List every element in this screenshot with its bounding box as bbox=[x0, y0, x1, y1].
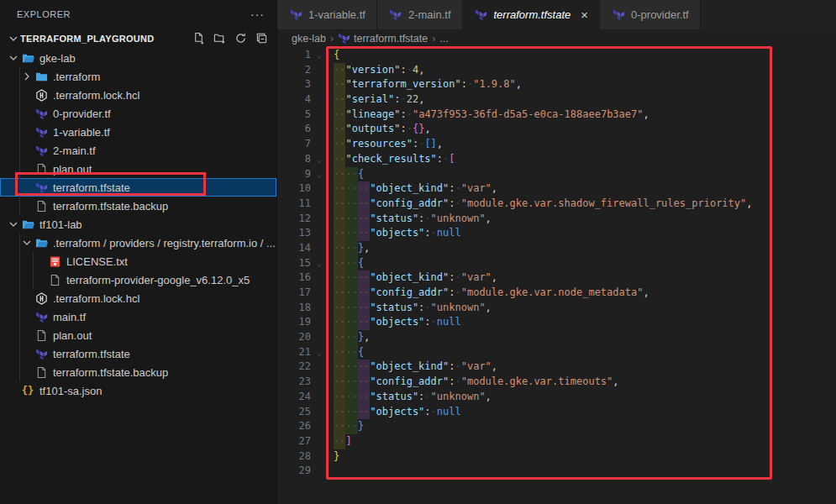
code-token: { bbox=[358, 257, 364, 269]
indent-band: ·· bbox=[334, 256, 345, 271]
tree-item-tf101-sa-json[interactable]: {}tf101-sa.json bbox=[0, 381, 276, 400]
tree-item-plan-out[interactable]: plan.out bbox=[0, 160, 276, 178]
vscode-window: EXPLORER ··· TERRAFORM_PLAYGROUND gke-la… bbox=[0, 0, 836, 504]
chevron-down-icon[interactable] bbox=[20, 239, 34, 247]
chevron-right-icon[interactable] bbox=[20, 72, 34, 81]
tree-item-terraform-provider-google-v6-12-0-x5[interactable]: terraform-provider-google_v6.12.0_x5 bbox=[0, 270, 276, 289]
code-token: , bbox=[424, 123, 430, 134]
indent-band: ·· bbox=[358, 181, 370, 197]
breadcrumb-label: ... bbox=[439, 33, 448, 45]
indent-band: ·· bbox=[358, 212, 370, 227]
tree-item-terraform-tfstate[interactable]: terraform.tfstate bbox=[0, 344, 276, 363]
fold-chevron-icon[interactable]: ⌄ bbox=[311, 167, 328, 182]
code-token: "status" bbox=[370, 302, 418, 313]
code-token: · bbox=[407, 64, 413, 76]
fold-chevron-icon[interactable]: ⌄ bbox=[311, 256, 328, 271]
workspace-row[interactable]: TERRAFORM_PLAYGROUND bbox=[0, 29, 276, 48]
code-token: "objects" bbox=[370, 316, 424, 328]
code-token: , bbox=[437, 138, 443, 150]
code-token: , bbox=[418, 93, 424, 105]
tree-indent-guide bbox=[19, 141, 20, 160]
fold-placeholder bbox=[311, 464, 328, 479]
code-token: · bbox=[424, 213, 430, 224]
file-icon bbox=[34, 200, 49, 213]
code-line: ··"check_results":·[ bbox=[328, 152, 836, 167]
fold-chevron-icon[interactable]: ⌄ bbox=[311, 48, 328, 63]
indent-band: ·· bbox=[334, 330, 345, 345]
fold-placeholder bbox=[311, 434, 328, 449]
code-token: "var" bbox=[461, 360, 492, 372]
tree-item-gke-lab[interactable]: gke-lab bbox=[0, 49, 276, 67]
tree-item-terraform-tfstate-backup[interactable]: terraform.tfstate.backup bbox=[0, 197, 276, 215]
indent-band: ·· bbox=[334, 181, 345, 197]
indent-band: ·· bbox=[345, 197, 357, 212]
breadcrumb-label: gke-lab bbox=[292, 33, 326, 45]
code-token: "unknown" bbox=[431, 302, 486, 313]
tree-item-plan-out[interactable]: plan.out bbox=[0, 326, 276, 344]
indent-band: ·· bbox=[334, 92, 345, 108]
tree-item-terraform-tfstate[interactable]: terraform.tfstate bbox=[0, 178, 276, 197]
tree-item--terraform-lock-hcl[interactable]: .terraform.lock.hcl bbox=[0, 289, 276, 307]
fold-placeholder bbox=[311, 77, 328, 92]
breadcrumb-item[interactable]: ... bbox=[439, 33, 448, 45]
indent-band: ·· bbox=[345, 301, 357, 316]
tree-item--terraform-lock-hcl[interactable]: .terraform.lock.hcl bbox=[0, 86, 276, 104]
fold-placeholder bbox=[311, 212, 328, 227]
tree-item--terraform-providers-registry-terraform-io-[interactable]: .terraform / providers / registry.terraf… bbox=[0, 234, 276, 252]
tree-item--terraform[interactable]: .terraform bbox=[0, 67, 276, 86]
tab-2-main-tf[interactable]: 2-main.tf bbox=[377, 0, 463, 29]
fold-placeholder bbox=[311, 390, 328, 405]
refresh-button[interactable] bbox=[234, 32, 247, 45]
tree-indent-guide bbox=[19, 160, 20, 178]
indent-band: ·· bbox=[334, 286, 345, 301]
tree-item-0-provider-tf[interactable]: 0-provider.tf bbox=[0, 104, 276, 123]
code-token: · bbox=[407, 123, 413, 134]
code-token: ] bbox=[345, 435, 351, 447]
tab-terraform-tfstate[interactable]: terraform.tfstate× bbox=[463, 0, 601, 29]
code-token: · bbox=[455, 182, 460, 194]
close-icon[interactable]: × bbox=[581, 8, 588, 21]
code-line bbox=[328, 464, 836, 479]
tree-item-main-tf[interactable]: main.tf bbox=[0, 307, 276, 326]
fold-chevron-icon[interactable]: ⌄ bbox=[311, 152, 328, 167]
tree-item-tf101-lab[interactable]: tf101-lab bbox=[0, 215, 276, 234]
new-file-button[interactable] bbox=[192, 32, 205, 45]
chevron-down-icon[interactable] bbox=[7, 54, 20, 62]
code-editor[interactable]: 1⌄2345678⌄9⌄101112131415⌄161718192021⌄22… bbox=[277, 47, 836, 504]
tree-item-license-txt[interactable]: LICENSE.txt bbox=[0, 252, 276, 270]
indent-band: ·· bbox=[358, 390, 370, 405]
indent-band: ·· bbox=[334, 108, 345, 123]
code-line: ······"status":·"unknown", bbox=[328, 301, 836, 316]
code-token: · bbox=[431, 227, 437, 239]
code-token: { bbox=[358, 168, 364, 180]
tree-indent-guide bbox=[19, 234, 20, 252]
tree-item-label: LICENSE.txt bbox=[66, 255, 128, 268]
line-number: 7 bbox=[277, 137, 311, 152]
code-token: · bbox=[424, 302, 430, 313]
indent-band: ·· bbox=[334, 315, 345, 330]
tree-indent-guide bbox=[19, 104, 20, 123]
fold-placeholder bbox=[311, 108, 328, 123]
tab-1-variable-tf[interactable]: 1-variable.tf bbox=[277, 0, 377, 29]
collapse-all-button[interactable] bbox=[255, 32, 268, 45]
code-token: "object_kind" bbox=[370, 360, 449, 372]
breadcrumb-item[interactable]: terraform.tfstate bbox=[338, 32, 428, 45]
editor-content: {··"version":·4,··"terraform_version":·"… bbox=[328, 47, 836, 504]
code-token: "status" bbox=[370, 213, 418, 224]
fold-chevron-icon[interactable]: ⌄ bbox=[311, 345, 328, 360]
code-line: ······"object_kind":·"var", bbox=[328, 360, 836, 375]
new-folder-button[interactable] bbox=[213, 32, 226, 45]
tab-label: 1-variable.tf bbox=[308, 8, 365, 21]
tree-item-terraform-tfstate-backup[interactable]: terraform.tfstate.backup bbox=[0, 363, 276, 381]
tree-item-label: terraform.tfstate bbox=[53, 348, 130, 360]
more-actions-icon[interactable]: ··· bbox=[250, 10, 265, 18]
tab-0-provider-tf[interactable]: 0-provider.tf bbox=[600, 0, 701, 29]
breadcrumb-item[interactable]: gke-lab bbox=[292, 33, 326, 45]
line-number: 16 bbox=[277, 270, 311, 286]
tree-item-1-variable-tf[interactable]: 1-variable.tf bbox=[0, 123, 276, 141]
code-line: ··] bbox=[328, 434, 836, 449]
code-token: , bbox=[643, 108, 649, 120]
chevron-down-icon[interactable] bbox=[7, 220, 20, 228]
tree-item-2-main-tf[interactable]: 2-main.tf bbox=[0, 141, 276, 160]
terraform-icon bbox=[288, 8, 303, 21]
